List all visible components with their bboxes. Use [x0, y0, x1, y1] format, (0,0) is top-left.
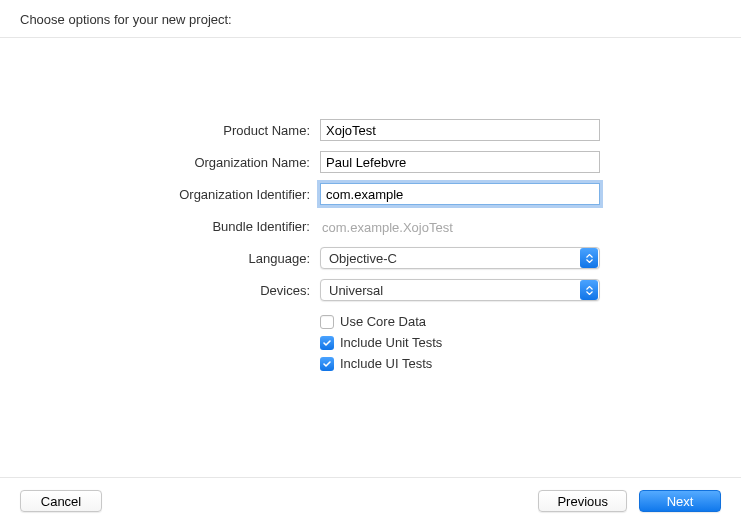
- include-unit-tests-label: Include Unit Tests: [340, 335, 442, 350]
- language-select[interactable]: Objective-C: [320, 247, 600, 269]
- dialog-footer: Cancel Previous Next: [0, 477, 741, 528]
- chevron-up-down-icon: [580, 280, 598, 300]
- previous-button[interactable]: Previous: [538, 490, 627, 512]
- use-core-data-label: Use Core Data: [340, 314, 426, 329]
- language-select-value: Objective-C: [321, 251, 580, 266]
- product-name-label: Product Name:: [40, 123, 320, 138]
- form-content: Product Name: Organization Name: Organiz…: [0, 38, 741, 477]
- include-ui-tests-checkbox[interactable]: [320, 357, 334, 371]
- dialog-title: Choose options for your new project:: [20, 12, 721, 27]
- cancel-button[interactable]: Cancel: [20, 490, 102, 512]
- chevron-up-down-icon: [580, 248, 598, 268]
- organization-identifier-label: Organization Identifier:: [40, 187, 320, 202]
- organization-name-input[interactable]: [320, 151, 600, 173]
- include-unit-tests-checkbox[interactable]: [320, 336, 334, 350]
- language-label: Language:: [40, 251, 320, 266]
- devices-label: Devices:: [40, 283, 320, 298]
- product-name-input[interactable]: [320, 119, 600, 141]
- organization-identifier-input[interactable]: [320, 183, 600, 205]
- bundle-identifier-value: com.example.XojoTest: [320, 218, 453, 235]
- include-ui-tests-label: Include UI Tests: [340, 356, 432, 371]
- bundle-identifier-label: Bundle Identifier:: [40, 219, 320, 234]
- organization-name-label: Organization Name:: [40, 155, 320, 170]
- dialog-header: Choose options for your new project:: [0, 0, 741, 38]
- devices-select[interactable]: Universal: [320, 279, 600, 301]
- next-button[interactable]: Next: [639, 490, 721, 512]
- devices-select-value: Universal: [321, 283, 580, 298]
- use-core-data-checkbox[interactable]: [320, 315, 334, 329]
